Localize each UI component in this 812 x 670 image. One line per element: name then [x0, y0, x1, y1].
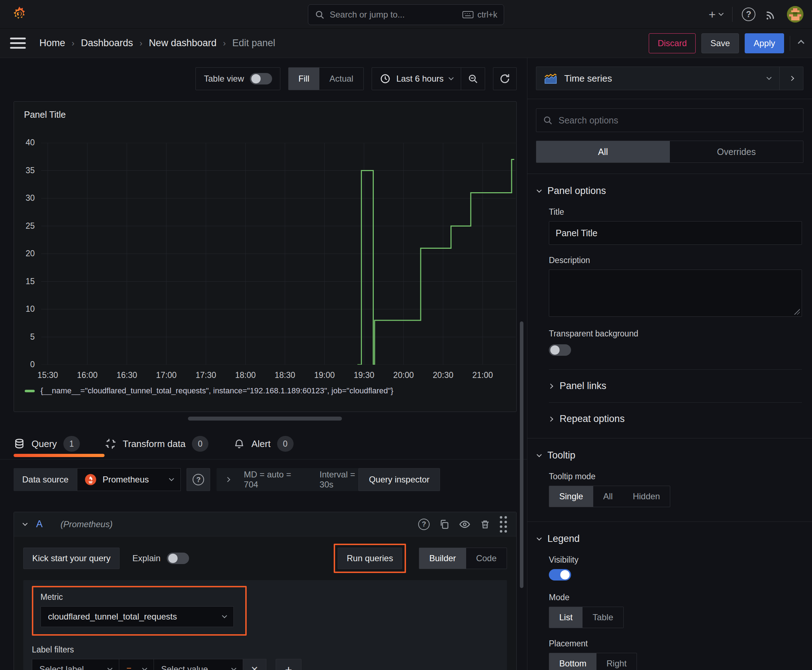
fill-option[interactable]: Fill	[288, 68, 320, 90]
x-tick-label: 19:30	[346, 371, 382, 380]
datasource-help-button[interactable]: ?	[186, 468, 210, 491]
bell-icon	[234, 438, 245, 450]
prometheus-icon	[85, 474, 97, 486]
operator-dropdown[interactable]: =	[119, 659, 154, 670]
legend-header[interactable]: Legend	[537, 533, 802, 544]
breadcrumb-item[interactable]: Home	[39, 37, 65, 49]
select-label-dropdown[interactable]: Select label	[32, 659, 119, 670]
tab-all[interactable]: All	[536, 141, 670, 162]
tab-transform-data[interactable]: Transform data 0	[105, 436, 209, 452]
refresh-button[interactable]	[493, 67, 517, 90]
zoom-out-button[interactable]	[461, 68, 485, 90]
select-value-dropdown[interactable]: Select value	[154, 659, 243, 670]
tooltip-all-option[interactable]: All	[593, 486, 623, 507]
time-range-control: Last 6 hours	[371, 67, 485, 90]
panel-view-toolbar: Table view Fill Actual Last 6 hours	[14, 67, 517, 90]
delete-query-icon[interactable]	[480, 519, 490, 530]
legend-mode-toggle: List Table	[549, 607, 624, 628]
breadcrumb-item: Edit panel	[232, 37, 275, 49]
series-label[interactable]: {__name__="cloudflared_tunnel_total_requ…	[41, 386, 393, 396]
search-options-input[interactable]: Search options	[536, 108, 804, 132]
scrollbar-thumb[interactable]	[520, 321, 524, 588]
database-icon	[14, 438, 25, 450]
transparent-background-toggle[interactable]	[549, 344, 571, 356]
time-range-picker[interactable]: Last 6 hours	[372, 73, 461, 84]
menu-icon[interactable]	[10, 37, 26, 49]
chart-plot[interactable]	[41, 143, 515, 365]
x-tick-label: 16:30	[109, 371, 145, 380]
explain-control: Explain	[132, 553, 190, 564]
add-filter-button[interactable]: +	[276, 659, 302, 670]
divider	[527, 99, 812, 99]
visualization-picker[interactable]: Time series	[536, 66, 804, 90]
x-tick-label: 20:00	[386, 371, 421, 380]
metric-select[interactable]: cloudflared_tunnel_total_requests	[41, 606, 234, 627]
resize-grip-icon[interactable]	[793, 308, 800, 315]
legend-mode-table[interactable]: Table	[583, 607, 623, 628]
legend-placement-bottom[interactable]: Bottom	[549, 653, 597, 670]
legend-mode-list[interactable]: List	[549, 607, 583, 628]
y-tick-label: 35	[16, 166, 35, 175]
panel-options-pane: Time series Search options All Overrides…	[527, 58, 812, 670]
chevron-down-icon	[719, 11, 724, 16]
query-options-summary[interactable]: MD = auto = 704 Interval = 30s	[217, 468, 378, 491]
news-icon[interactable]	[765, 8, 778, 21]
title-input[interactable]: Panel Title	[549, 221, 802, 245]
explain-toggle[interactable]	[167, 553, 189, 564]
chart-legend: {__name__="cloudflared_tunnel_total_requ…	[25, 386, 393, 396]
open-viz-list-button[interactable]	[780, 67, 803, 90]
hide-query-icon[interactable]	[459, 519, 470, 530]
datasource-picker[interactable]: Prometheus	[77, 468, 181, 491]
description-textarea[interactable]	[549, 269, 802, 317]
query-row-header[interactable]: A (Prometheus) ?	[14, 512, 516, 536]
builder-option[interactable]: Builder	[419, 548, 466, 569]
legend-placement-right[interactable]: Right	[597, 653, 637, 670]
collapse-header-icon[interactable]	[798, 40, 804, 46]
code-option[interactable]: Code	[466, 548, 507, 569]
drag-query-handle[interactable]	[500, 516, 507, 533]
tooltip-single-option[interactable]: Single	[549, 486, 593, 507]
x-tick-label: 17:30	[188, 371, 224, 380]
apply-button[interactable]: Apply	[745, 33, 784, 53]
query-help-icon[interactable]: ?	[418, 519, 430, 530]
pane-resize-handle[interactable]	[188, 416, 342, 421]
breadcrumb-item[interactable]: Dashboards	[81, 37, 133, 49]
run-queries-button[interactable]: Run queries	[337, 548, 402, 569]
panel-options-header[interactable]: Panel options	[537, 185, 802, 196]
query-datasource-hint: (Prometheus)	[61, 519, 112, 530]
tooltip-header[interactable]: Tooltip	[537, 450, 802, 461]
repeat-options-section[interactable]: Repeat options	[549, 402, 802, 435]
user-avatar[interactable]	[787, 6, 804, 22]
metric-label: Metric	[41, 592, 238, 602]
chevron-down-icon	[231, 666, 236, 670]
legend-visibility-toggle[interactable]	[549, 569, 571, 580]
legend-section: Legend Visibility Mode List Table Placem…	[527, 533, 812, 670]
query-inspector-button[interactable]: Query inspector	[358, 468, 440, 491]
grafana-logo[interactable]	[10, 5, 29, 24]
discard-button[interactable]: Discard	[649, 33, 696, 53]
run-queries-highlight: Run queries	[334, 544, 406, 573]
series-color-swatch[interactable]	[25, 390, 35, 392]
kick-start-query-button[interactable]: Kick start your query	[23, 548, 120, 569]
max-data-points: MD = auto = 704	[244, 470, 305, 490]
panel-title: Panel Title	[24, 110, 66, 120]
tab-query[interactable]: Query 1	[14, 436, 80, 452]
global-search-input[interactable]: Search or jump to... ctrl+k	[308, 4, 504, 25]
visibility-label: Visibility	[549, 555, 802, 565]
actual-option[interactable]: Actual	[319, 68, 363, 90]
save-button[interactable]: Save	[701, 33, 739, 53]
edit-actions: Discard Save Apply	[649, 33, 804, 53]
tab-alert[interactable]: Alert 0	[234, 436, 293, 452]
query-tab-bar: Query 1 Transform data 0 Alert 0	[14, 431, 517, 457]
tab-overrides[interactable]: Overrides	[670, 141, 804, 162]
remove-filter-button[interactable]: ✕	[243, 659, 266, 670]
help-icon[interactable]: ?	[742, 7, 755, 21]
tooltip-hidden-option[interactable]: Hidden	[622, 486, 670, 507]
legend-mode-label: Mode	[549, 593, 802, 602]
duplicate-query-icon[interactable]	[439, 519, 450, 530]
breadcrumb-item[interactable]: New dashboard	[149, 37, 217, 49]
add-new-button[interactable]: +	[709, 7, 723, 22]
table-view-toggle[interactable]	[250, 73, 272, 85]
collapse-query-icon[interactable]	[22, 521, 27, 526]
panel-links-section[interactable]: Panel links	[549, 369, 802, 402]
